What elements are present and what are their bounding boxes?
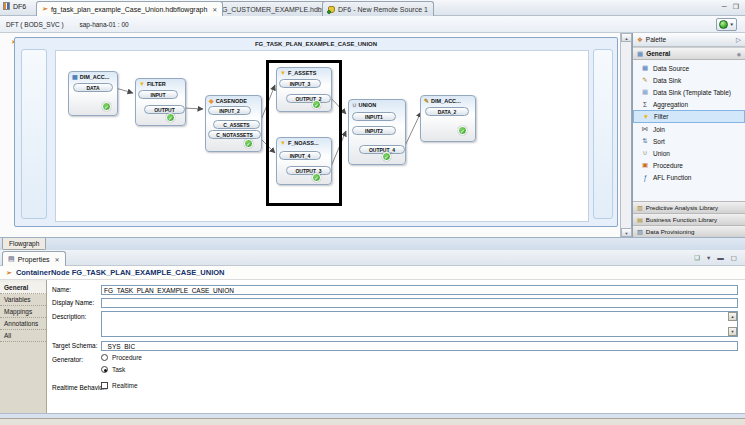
port-output-4[interactable]: OUTPUT_4 bbox=[359, 145, 405, 154]
canvas-vertical-scrollbar[interactable]: ▲ ▼ bbox=[620, 33, 631, 237]
palette-item-afl-function[interactable]: ƒAFL Function bbox=[633, 171, 745, 183]
filter-icon: ▼ bbox=[642, 113, 650, 120]
palette-item-sort[interactable]: ⇅Sort bbox=[633, 135, 745, 147]
palette-section-general[interactable]: ▦ General ◉ bbox=[633, 47, 745, 60]
section-title: Data Provisioning bbox=[646, 228, 695, 235]
palette-item-union[interactable]: ∪Union bbox=[633, 147, 745, 159]
node-dim-acc-sink[interactable]: ✎DIM_ACC... DATA_2 ✓ bbox=[420, 95, 476, 142]
data-sink-icon: ✎ bbox=[424, 98, 429, 104]
editor-tab-label: DF6 - New Remote Source 1 bbox=[338, 6, 428, 13]
side-tab-all[interactable]: All bbox=[0, 330, 46, 342]
port-c-assets[interactable]: C_ASSETS bbox=[213, 120, 260, 129]
properties-form: Name: Display Name: Description: ▲ ▼ Tar… bbox=[46, 280, 745, 413]
palette-section-predictive-analysis[interactable]: ▥Predictive Analysis Library bbox=[633, 201, 745, 213]
port-output[interactable]: OUTPUT bbox=[144, 105, 185, 114]
target-schema-field[interactable] bbox=[101, 341, 738, 351]
radio-task[interactable] bbox=[101, 366, 108, 373]
port-data[interactable]: DATA bbox=[73, 83, 113, 92]
palette-title: Palette bbox=[646, 36, 666, 43]
scroll-up-icon[interactable]: ▲ bbox=[621, 33, 632, 42]
node-casenode[interactable]: ◈CASENODE INPUT_2 C_ASSETS C_NOTASSETS ✓ bbox=[205, 95, 262, 152]
palette-header[interactable]: ❖ Palette ▷ bbox=[633, 33, 745, 47]
radio-procedure[interactable] bbox=[101, 354, 108, 361]
palette-item-procedure[interactable]: ▣Procedure bbox=[633, 159, 745, 171]
run-button[interactable] bbox=[719, 20, 728, 29]
flowgraph-canvas[interactable]: ➢ FG_TASK_PLAN_EXAMPLE_CASE_UNION ▦DIM_A… bbox=[0, 33, 632, 237]
palette-item-label: Aggregation bbox=[653, 101, 688, 108]
node-title: F_ASSETS bbox=[288, 70, 316, 76]
tab-flowgraph[interactable]: Flowgraph bbox=[2, 238, 46, 250]
filter-icon: ▼ bbox=[139, 81, 145, 87]
palette-item-data-source[interactable]: ▦Data Source bbox=[633, 62, 745, 74]
side-tab-general[interactable]: General bbox=[0, 282, 46, 294]
node-f-noassets[interactable]: ▼F_NOASS... INPUT_4 OUTPUT_3 ✓ bbox=[276, 137, 332, 185]
port-data-2[interactable]: DATA_2 bbox=[425, 107, 469, 116]
tab-properties[interactable]: ▤ Properties ✕ bbox=[2, 251, 66, 266]
description-field[interactable]: ▲ ▼ bbox=[101, 311, 738, 337]
procedure-icon: ▣ bbox=[641, 161, 649, 169]
palette-item-join[interactable]: ⋈Join bbox=[633, 123, 745, 135]
port-input-3[interactable]: INPUT_3 bbox=[279, 79, 321, 88]
flowgraph-toolbar: DFT ( BODS_SVC ) sap-hana-01 : 00 ▼ bbox=[0, 16, 745, 33]
editor-tab-flowgraph[interactable]: ➢ fg_task_plan_example_Case_Union.hdbflo… bbox=[36, 1, 223, 16]
properties-header: ➢ ContainerNode FG_TASK_PLAN_EXAMPLE_CAS… bbox=[0, 266, 745, 280]
node-union[interactable]: ∪UNION INPUT1 INPUT2 OUTPUT_4 ✓ bbox=[348, 99, 406, 165]
display-name-field[interactable] bbox=[101, 298, 738, 308]
node-dim-acc-source[interactable]: ▦DIM_ACC... DATA ✓ bbox=[68, 71, 118, 116]
run-dropdown-icon[interactable]: ▼ bbox=[730, 22, 734, 27]
side-tab-mappings[interactable]: Mappings bbox=[0, 306, 46, 318]
close-icon[interactable]: ✕ bbox=[212, 6, 217, 13]
flowgraph-icon: ➢ bbox=[6, 269, 12, 277]
palette-section-business-function[interactable]: ▤Business Function Library bbox=[633, 213, 745, 225]
side-tab-label: Variables bbox=[4, 296, 31, 303]
port-output-3[interactable]: OUTPUT_3 bbox=[286, 166, 331, 175]
new-view-icon[interactable]: ❏ bbox=[694, 254, 700, 262]
scroll-down-icon[interactable]: ▼ bbox=[728, 327, 737, 336]
scroll-down-icon[interactable]: ▼ bbox=[621, 228, 632, 237]
node-filter[interactable]: ▼FILTER INPUT OUTPUT ✓ bbox=[135, 78, 186, 126]
palette-item-data-sink-template[interactable]: ▦Data Sink (Template Table) bbox=[633, 86, 745, 98]
realtime-option[interactable]: Realtime bbox=[101, 382, 138, 389]
node-title: CASENODE bbox=[216, 98, 247, 104]
minimize-icon[interactable]: ▬ bbox=[717, 254, 724, 262]
palette-item-data-sink[interactable]: ✎Data Sink bbox=[633, 74, 745, 86]
section-title: Predictive Analysis Library bbox=[646, 204, 718, 211]
chevron-right-icon[interactable]: ▷ bbox=[736, 36, 741, 44]
node-title: DIM_ACC... bbox=[431, 98, 461, 104]
port-input-2[interactable]: INPUT_2 bbox=[208, 106, 251, 115]
minimize-icon[interactable]: ─ bbox=[722, 3, 727, 11]
realtime-checkbox[interactable] bbox=[101, 382, 108, 389]
chart-icon: ▥ bbox=[637, 204, 643, 211]
side-tab-variables[interactable]: Variables bbox=[0, 294, 46, 306]
generator-option-task[interactable]: Task bbox=[101, 366, 125, 373]
scroll-up-icon[interactable]: ▲ bbox=[728, 312, 737, 321]
pin-icon[interactable]: ◉ bbox=[737, 51, 741, 57]
port-input1[interactable]: INPUT1 bbox=[352, 112, 396, 121]
side-tab-annotations[interactable]: Annotations bbox=[0, 318, 46, 330]
palette-item-aggregation[interactable]: ΣAggregation bbox=[633, 98, 745, 110]
port-input[interactable]: INPUT bbox=[138, 90, 178, 99]
library-icon: ▤ bbox=[637, 216, 643, 223]
validation-check-icon: ✓ bbox=[166, 113, 175, 122]
palette-item-list: ▦Data Source ✎Data Sink ▦Data Sink (Temp… bbox=[633, 60, 745, 201]
union-icon: ∪ bbox=[352, 102, 356, 108]
menu-down-icon[interactable]: ▾ bbox=[707, 254, 710, 262]
validation-check-icon: ✓ bbox=[382, 152, 391, 161]
provisioning-icon: ▧ bbox=[637, 228, 643, 235]
port-c-notassets[interactable]: C_NOTASSETS bbox=[208, 130, 261, 139]
port-input2[interactable]: INPUT2 bbox=[352, 126, 396, 135]
palette-item-label: Union bbox=[653, 150, 670, 157]
view-tab-df6[interactable]: DF6 bbox=[3, 2, 26, 10]
display-name-label: Display Name: bbox=[52, 299, 94, 306]
palette-section-data-provisioning[interactable]: ▧Data Provisioning bbox=[633, 225, 745, 237]
editor-tab-remote-source[interactable]: DF6 - New Remote Source 1 bbox=[322, 1, 434, 16]
generator-option-procedure[interactable]: Procedure bbox=[101, 354, 142, 361]
restore-icon[interactable]: ❐ bbox=[733, 3, 739, 11]
node-f-assets[interactable]: ▼F_ASSETS INPUT_3 OUTPUT_2 ✓ bbox=[276, 67, 332, 112]
port-input-4[interactable]: INPUT_4 bbox=[279, 151, 321, 160]
maximize-icon[interactable]: ▢ bbox=[731, 254, 737, 262]
palette-item-filter[interactable]: ▼Filter bbox=[633, 110, 745, 123]
name-field[interactable] bbox=[101, 285, 738, 295]
port-output-2[interactable]: OUTPUT_2 bbox=[286, 94, 331, 103]
close-icon[interactable]: ✕ bbox=[55, 256, 60, 263]
